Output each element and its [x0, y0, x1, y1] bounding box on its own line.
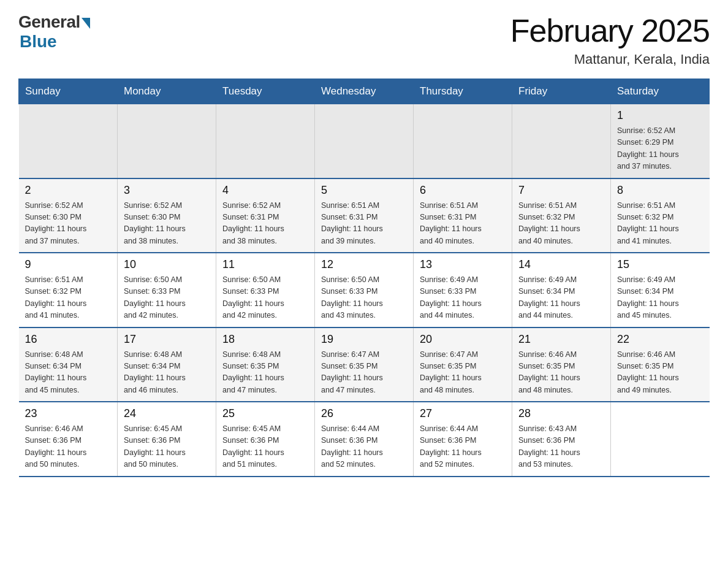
day-number: 16 [25, 333, 112, 346]
calendar-day-cell: 21Sunrise: 6:46 AMSunset: 6:35 PMDayligh… [512, 327, 611, 402]
calendar-week-row: 9Sunrise: 6:51 AMSunset: 6:32 PMDaylight… [19, 253, 710, 327]
day-number: 28 [518, 407, 604, 420]
day-info: Sunrise: 6:44 AMSunset: 6:36 PMDaylight:… [420, 423, 506, 471]
location-title: Mattanur, Kerala, India [510, 52, 710, 67]
day-number: 5 [321, 184, 407, 197]
day-info: Sunrise: 6:49 AMSunset: 6:34 PMDaylight:… [518, 274, 604, 322]
calendar-day-cell: 14Sunrise: 6:49 AMSunset: 6:34 PMDayligh… [512, 253, 611, 327]
day-number: 17 [124, 333, 210, 346]
day-info: Sunrise: 6:50 AMSunset: 6:33 PMDaylight:… [222, 274, 308, 322]
day-number: 14 [518, 258, 604, 271]
day-info: Sunrise: 6:43 AMSunset: 6:36 PMDaylight:… [518, 423, 604, 471]
day-info: Sunrise: 6:48 AMSunset: 6:35 PMDaylight:… [222, 349, 308, 397]
calendar-day-cell: 22Sunrise: 6:46 AMSunset: 6:35 PMDayligh… [611, 327, 710, 402]
calendar-day-cell: 13Sunrise: 6:49 AMSunset: 6:33 PMDayligh… [414, 253, 512, 327]
calendar-day-cell: 12Sunrise: 6:50 AMSunset: 6:33 PMDayligh… [315, 253, 414, 327]
day-number: 19 [321, 333, 407, 346]
day-number: 8 [617, 184, 703, 197]
day-number: 3 [124, 184, 210, 197]
calendar-day-cell: 11Sunrise: 6:50 AMSunset: 6:33 PMDayligh… [216, 253, 315, 327]
day-number: 23 [25, 407, 112, 420]
calendar-day-cell [611, 402, 710, 477]
day-info: Sunrise: 6:47 AMSunset: 6:35 PMDaylight:… [420, 349, 506, 397]
day-info: Sunrise: 6:52 AMSunset: 6:30 PMDaylight:… [124, 200, 210, 248]
weekday-header-thursday: Thursday [414, 79, 512, 104]
day-info: Sunrise: 6:50 AMSunset: 6:33 PMDaylight:… [321, 274, 407, 322]
calendar-day-cell: 7Sunrise: 6:51 AMSunset: 6:32 PMDaylight… [512, 178, 611, 253]
day-info: Sunrise: 6:48 AMSunset: 6:34 PMDaylight:… [124, 349, 210, 397]
day-info: Sunrise: 6:46 AMSunset: 6:35 PMDaylight:… [518, 349, 604, 397]
logo-arrow-icon [82, 18, 90, 29]
page-header: General Blue February 2025 Mattanur, Ker… [18, 12, 710, 67]
calendar-day-cell: 25Sunrise: 6:45 AMSunset: 6:36 PMDayligh… [216, 402, 315, 477]
day-number: 13 [420, 258, 506, 271]
logo-blue-text: Blue [20, 32, 57, 52]
month-title: February 2025 [510, 12, 710, 49]
day-info: Sunrise: 6:45 AMSunset: 6:36 PMDaylight:… [124, 423, 210, 471]
weekday-header-saturday: Saturday [611, 79, 710, 104]
day-number: 21 [518, 333, 604, 346]
day-number: 15 [617, 258, 703, 271]
day-number: 18 [222, 333, 308, 346]
day-number: 26 [321, 407, 407, 420]
day-info: Sunrise: 6:51 AMSunset: 6:31 PMDaylight:… [420, 200, 506, 248]
weekday-header-wednesday: Wednesday [315, 79, 414, 104]
day-info: Sunrise: 6:51 AMSunset: 6:32 PMDaylight:… [617, 200, 703, 248]
day-info: Sunrise: 6:44 AMSunset: 6:36 PMDaylight:… [321, 423, 407, 471]
day-info: Sunrise: 6:49 AMSunset: 6:34 PMDaylight:… [617, 274, 703, 322]
day-info: Sunrise: 6:52 AMSunset: 6:29 PMDaylight:… [617, 125, 703, 173]
calendar-table: SundayMondayTuesdayWednesdayThursdayFrid… [18, 79, 710, 477]
calendar-week-row: 1Sunrise: 6:52 AMSunset: 6:29 PMDaylight… [19, 104, 710, 178]
calendar-day-cell: 5Sunrise: 6:51 AMSunset: 6:31 PMDaylight… [315, 178, 414, 253]
calendar-day-cell: 27Sunrise: 6:44 AMSunset: 6:36 PMDayligh… [414, 402, 512, 477]
calendar-day-cell [315, 104, 414, 178]
calendar-day-cell: 18Sunrise: 6:48 AMSunset: 6:35 PMDayligh… [216, 327, 315, 402]
day-number: 4 [222, 184, 308, 197]
day-number: 25 [222, 407, 308, 420]
calendar-day-cell: 19Sunrise: 6:47 AMSunset: 6:35 PMDayligh… [315, 327, 414, 402]
logo-general-text: General [18, 12, 80, 32]
calendar-week-row: 2Sunrise: 6:52 AMSunset: 6:30 PMDaylight… [19, 178, 710, 253]
day-info: Sunrise: 6:49 AMSunset: 6:33 PMDaylight:… [420, 274, 506, 322]
calendar-day-cell [118, 104, 216, 178]
calendar-day-cell: 6Sunrise: 6:51 AMSunset: 6:31 PMDaylight… [414, 178, 512, 253]
day-info: Sunrise: 6:48 AMSunset: 6:34 PMDaylight:… [25, 349, 112, 397]
day-number: 10 [124, 258, 210, 271]
weekday-header-sunday: Sunday [19, 79, 118, 104]
calendar-day-cell: 1Sunrise: 6:52 AMSunset: 6:29 PMDaylight… [611, 104, 710, 178]
calendar-day-cell: 24Sunrise: 6:45 AMSunset: 6:36 PMDayligh… [118, 402, 216, 477]
day-info: Sunrise: 6:51 AMSunset: 6:32 PMDaylight:… [518, 200, 604, 248]
day-info: Sunrise: 6:51 AMSunset: 6:31 PMDaylight:… [321, 200, 407, 248]
day-info: Sunrise: 6:52 AMSunset: 6:31 PMDaylight:… [222, 200, 308, 248]
day-number: 27 [420, 407, 506, 420]
weekday-header-monday: Monday [118, 79, 216, 104]
weekday-header-row: SundayMondayTuesdayWednesdayThursdayFrid… [19, 79, 710, 104]
calendar-day-cell [19, 104, 118, 178]
day-number: 11 [222, 258, 308, 271]
calendar-day-cell: 4Sunrise: 6:52 AMSunset: 6:31 PMDaylight… [216, 178, 315, 253]
calendar-day-cell [414, 104, 512, 178]
day-number: 1 [617, 109, 703, 122]
day-info: Sunrise: 6:47 AMSunset: 6:35 PMDaylight:… [321, 349, 407, 397]
calendar-week-row: 16Sunrise: 6:48 AMSunset: 6:34 PMDayligh… [19, 327, 710, 402]
day-number: 20 [420, 333, 506, 346]
day-info: Sunrise: 6:46 AMSunset: 6:36 PMDaylight:… [25, 423, 112, 471]
weekday-header-friday: Friday [512, 79, 611, 104]
calendar-day-cell: 10Sunrise: 6:50 AMSunset: 6:33 PMDayligh… [118, 253, 216, 327]
calendar-day-cell: 26Sunrise: 6:44 AMSunset: 6:36 PMDayligh… [315, 402, 414, 477]
day-number: 7 [518, 184, 604, 197]
calendar-day-cell: 9Sunrise: 6:51 AMSunset: 6:32 PMDaylight… [19, 253, 118, 327]
calendar-day-cell [512, 104, 611, 178]
calendar-day-cell: 23Sunrise: 6:46 AMSunset: 6:36 PMDayligh… [19, 402, 118, 477]
day-number: 9 [25, 258, 112, 271]
day-number: 22 [617, 333, 703, 346]
calendar-day-cell: 16Sunrise: 6:48 AMSunset: 6:34 PMDayligh… [19, 327, 118, 402]
day-number: 24 [124, 407, 210, 420]
calendar-day-cell [216, 104, 315, 178]
day-info: Sunrise: 6:46 AMSunset: 6:35 PMDaylight:… [617, 349, 703, 397]
day-info: Sunrise: 6:45 AMSunset: 6:36 PMDaylight:… [222, 423, 308, 471]
calendar-day-cell: 15Sunrise: 6:49 AMSunset: 6:34 PMDayligh… [611, 253, 710, 327]
logo: General Blue [18, 12, 90, 52]
calendar-day-cell: 3Sunrise: 6:52 AMSunset: 6:30 PMDaylight… [118, 178, 216, 253]
weekday-header-tuesday: Tuesday [216, 79, 315, 104]
